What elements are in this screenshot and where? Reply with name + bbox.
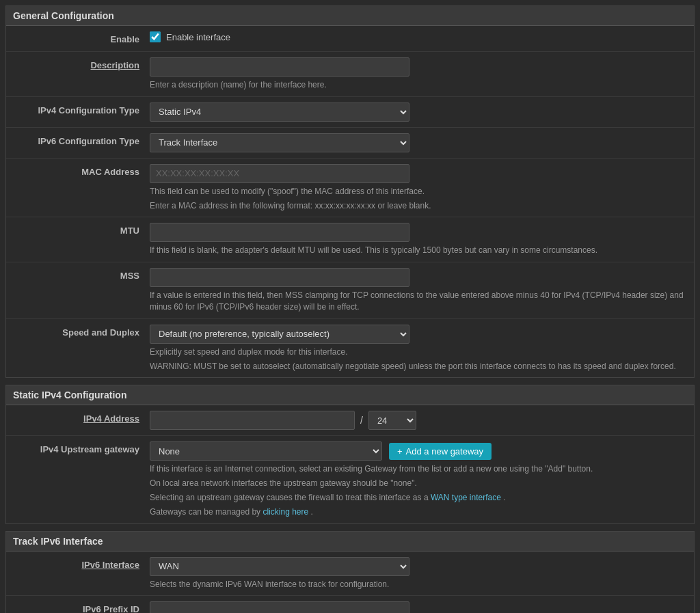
ipv6-config-type-select[interactable]: Track Interface None Static IPv6 DHCP6 S… [150,133,409,152]
speed-duplex-select[interactable]: Default (no preference, typically autose… [150,325,409,344]
speed-duplex-content: Default (no preference, typically autose… [150,325,687,372]
ipv4-config-type-row: IPv4 Configuration Type Static IPv4 None… [6,97,694,128]
gateway-help2: On local area network interfaces the ups… [150,478,687,489]
ipv4-config-type-content: Static IPv4 None DHCP PPPoE [150,103,687,122]
speed-duplex-label: Speed and Duplex [13,325,150,338]
mac-address-content: This field can be used to modify ("spoof… [150,164,687,212]
upstream-gateway-row: IPv4 Upstream gateway None + Add a new g… [6,436,694,523]
upstream-gateway-label: IPv4 Upstream gateway [13,441,150,454]
speed-duplex-help2: WARNING: MUST be set to autoselect (auto… [150,361,687,372]
upstream-gateway-select[interactable]: None [150,441,382,461]
enable-label: Enable [13,31,150,44]
general-config-header: General Configuration [6,6,694,26]
description-input[interactable]: LAN [150,57,409,77]
mss-content: If a value is entered in this field, the… [150,268,687,313]
upstream-gateway-content: None + Add a new gateway If this interfa… [150,441,687,517]
track-ipv6-header: Track IPv6 Interface [6,532,694,551]
enable-content: Enable interface [150,31,687,42]
ipv6-prefix-id-row: IPv6 Prefix ID 0 (hexadecimal from 0 to … [6,596,694,613]
description-help: Enter a description (name) for the inter… [150,79,687,91]
ipv4-address-label: IPv4 Address [13,411,150,424]
description-content: LAN Enter a description (name) for the i… [150,57,687,91]
track-ipv6-section: Track IPv6 Interface IPv6 Interface WAN … [5,531,695,613]
gateway-help3: Selecting an upstream gateway causes the… [150,492,687,504]
mtu-label: MTU [13,223,150,236]
ipv4-address-row: IPv4 Address 192.168. / 24 32 31 30 29 2… [6,405,694,436]
mss-row: MSS If a value is entered in this field,… [6,262,694,319]
mac-address-help2: Enter a MAC address in the following for… [150,200,687,212]
ipv6-interface-help: Selects the dynamic IPv6 WAN interface t… [150,579,687,590]
ipv6-prefix-id-content: 0 (hexadecimal from 0 to ff) The value i… [150,601,687,613]
general-config-section: General Configuration Enable Enable inte… [5,5,695,378]
enable-checkbox-row: Enable interface [150,31,687,42]
mac-address-input[interactable] [150,164,409,183]
description-row: Description LAN Enter a description (nam… [6,52,694,97]
mac-address-help1: This field can be used to modify ("spoof… [150,186,687,197]
ipv6-interface-label: IPv6 Interface [13,557,150,570]
ipv6-config-type-row: IPv6 Configuration Type Track Interface … [6,128,694,159]
mss-help: If a value is entered in this field, the… [150,290,687,313]
ipv4-address-input[interactable]: 192.168. [150,411,355,430]
gateway-help1: If this interface is an Internet connect… [150,463,687,475]
ipv4-config-type-select[interactable]: Static IPv4 None DHCP PPPoE [150,103,409,122]
static-ipv4-section: Static IPv4 Configuration IPv4 Address 1… [5,385,695,523]
add-gateway-label: Add a new gateway [406,446,483,457]
speed-duplex-row: Speed and Duplex Default (no preference,… [6,319,694,378]
ipv6-prefix-id-input[interactable]: 0 [150,601,409,613]
ipv6-config-type-label: IPv6 Configuration Type [13,133,150,146]
plus-icon: + [397,446,403,457]
enable-checkbox[interactable] [150,31,161,42]
gateways-link[interactable]: clicking here [262,507,308,517]
cidr-select[interactable]: 24 32 31 30 29 28 27 26 25 23 22 21 20 1… [368,411,416,430]
mtu-help: If this field is blank, the adapter's de… [150,245,687,256]
mtu-row: MTU If this field is blank, the adapter'… [6,217,694,262]
enable-row: Enable Enable interface [6,26,694,52]
mac-address-label: MAC Address [13,164,150,177]
mss-input[interactable] [150,268,409,287]
mss-label: MSS [13,268,150,281]
ipv6-interface-content: WAN WAN2 None Selects the dynamic IPv6 W… [150,557,687,590]
ipv4-config-type-label: IPv4 Configuration Type [13,103,150,115]
ipv4-address-content: 192.168. / 24 32 31 30 29 28 27 26 25 23… [150,411,687,430]
mac-address-row: MAC Address This field can be used to mo… [6,159,694,218]
ipv6-interface-row: IPv6 Interface WAN WAN2 None Selects the… [6,551,694,597]
wan-type-link[interactable]: WAN type interface [431,493,501,502]
ipv6-interface-select[interactable]: WAN WAN2 None [150,557,409,576]
mtu-input[interactable] [150,223,409,242]
ipv6-prefix-id-label: IPv6 Prefix ID [13,601,150,613]
gateway-help5: Gateways can be managed by clicking here… [150,506,687,518]
gateway-controls-row: None + Add a new gateway [150,441,687,461]
slash-divider: / [360,415,363,426]
mtu-content: If this field is blank, the adapter's de… [150,223,687,256]
static-ipv4-header: Static IPv4 Configuration [6,385,694,405]
enable-checkbox-label: Enable interface [166,32,230,42]
ipv4-address-input-row: 192.168. / 24 32 31 30 29 28 27 26 25 23… [150,411,687,430]
speed-duplex-help1: Explicitly set speed and duplex mode for… [150,346,687,358]
ipv6-config-type-content: Track Interface None Static IPv6 DHCP6 S… [150,133,687,152]
add-gateway-button[interactable]: + Add a new gateway [389,443,492,460]
description-label: Description [13,57,150,70]
